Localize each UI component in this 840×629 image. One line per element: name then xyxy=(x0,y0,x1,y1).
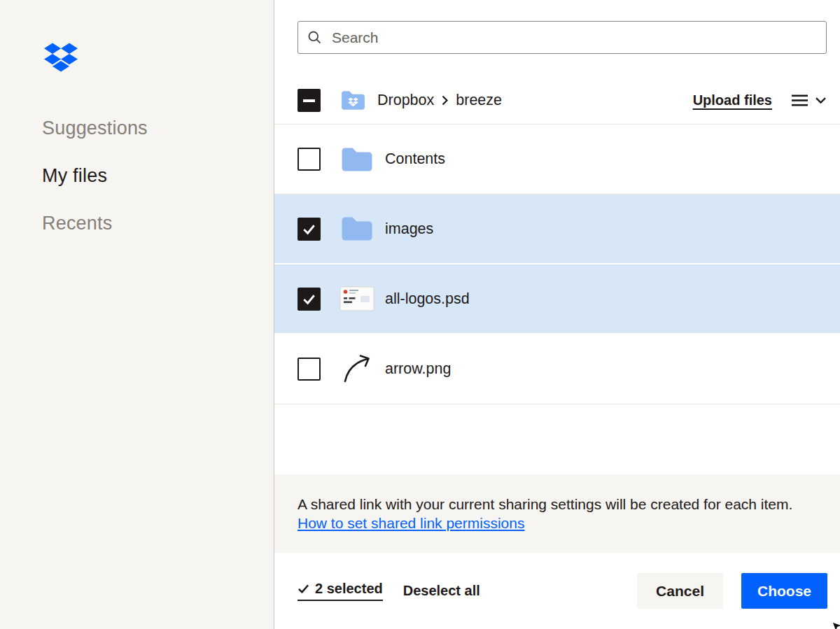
list-view-icon xyxy=(791,94,808,107)
main-panel: Dropbox breeze Upload files xyxy=(274,0,840,629)
deselect-all-button[interactable]: Deselect all xyxy=(403,583,480,599)
check-icon xyxy=(301,291,317,307)
file-name: images xyxy=(385,220,433,238)
shared-link-notice: A shared link with your current sharing … xyxy=(274,474,840,553)
arrow-thumbnail-icon xyxy=(340,353,374,386)
breadcrumb-current: breeze xyxy=(456,92,502,109)
dropbox-logo-icon xyxy=(42,41,274,74)
file-row-arrow-png[interactable]: arrow.png xyxy=(274,334,840,404)
check-icon xyxy=(301,221,317,237)
row-checkbox[interactable] xyxy=(298,288,321,311)
upload-files-button[interactable]: Upload files xyxy=(693,92,772,108)
dropbox-file-chooser: Suggestions My files Recents xyxy=(0,0,840,629)
search-icon xyxy=(307,30,322,45)
mouse-cursor xyxy=(830,619,840,629)
folder-icon xyxy=(340,215,374,243)
sidebar-item-recents[interactable]: Recents xyxy=(42,213,274,234)
chevron-down-icon xyxy=(815,97,827,104)
empty-list-space xyxy=(274,404,840,474)
search-text-field[interactable] xyxy=(330,29,817,47)
notice-text: A shared link with your current sharing … xyxy=(298,496,792,512)
shared-link-permissions-link[interactable]: How to set shared link permissions xyxy=(298,515,524,531)
breadcrumb: Dropbox breeze xyxy=(377,92,502,109)
file-row-images[interactable]: images xyxy=(274,195,840,264)
row-checkbox[interactable] xyxy=(298,148,321,171)
row-checkbox[interactable] xyxy=(298,218,321,241)
file-name: arrow.png xyxy=(385,360,451,378)
cancel-button[interactable]: Cancel xyxy=(637,573,723,609)
selected-count-label: 2 selected xyxy=(315,581,383,597)
sidebar: Suggestions My files Recents xyxy=(0,0,274,629)
file-row-all-logos-psd[interactable]: all-logos.psd xyxy=(274,264,840,334)
select-all-checkbox[interactable] xyxy=(298,89,321,112)
breadcrumb-root[interactable]: Dropbox xyxy=(377,92,434,109)
header-actions: Upload files xyxy=(693,92,827,108)
selected-count-dropdown[interactable]: 2 selected xyxy=(298,581,383,601)
file-name: Contents xyxy=(385,150,445,168)
check-icon xyxy=(298,584,309,594)
search-input[interactable] xyxy=(298,21,827,54)
view-mode-dropdown[interactable] xyxy=(791,94,827,107)
file-row-contents[interactable]: Contents xyxy=(274,125,840,195)
choose-button[interactable]: Choose xyxy=(741,573,827,609)
list-header: Dropbox breeze Upload files xyxy=(274,77,840,125)
sidebar-item-my-files[interactable]: My files xyxy=(42,165,274,187)
file-name: all-logos.psd xyxy=(385,290,470,308)
chevron-right-icon xyxy=(441,94,449,106)
search-area xyxy=(274,0,840,77)
dropbox-folder-icon xyxy=(340,90,366,111)
sidebar-item-suggestions[interactable]: Suggestions xyxy=(42,118,274,139)
footer-bar: 2 selected Deselect all Cancel Choose xyxy=(274,553,840,629)
sidebar-nav: Suggestions My files Recents xyxy=(42,118,274,234)
folder-icon xyxy=(340,146,374,174)
psd-thumbnail-icon xyxy=(340,285,374,313)
row-checkbox[interactable] xyxy=(298,358,321,381)
